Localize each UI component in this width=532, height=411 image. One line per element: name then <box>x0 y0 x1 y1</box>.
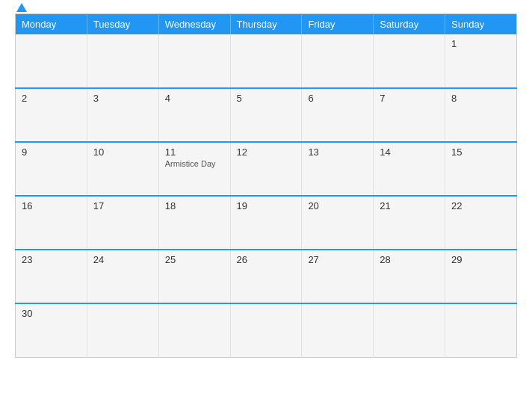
day-number: 5 <box>237 93 296 104</box>
calendar-cell: 18 <box>158 196 230 250</box>
day-number: 3 <box>93 93 152 104</box>
day-number: 14 <box>380 146 439 158</box>
calendar-cell: 30 <box>16 303 87 357</box>
weekday-monday: Monday <box>16 14 87 35</box>
calendar-cell: 11Armistice Day <box>158 142 230 196</box>
calendar-week-row: 16171819202122 <box>16 196 517 250</box>
calendar-cell: 3 <box>87 88 158 142</box>
day-number: 28 <box>380 254 439 265</box>
day-number: 12 <box>237 146 296 158</box>
day-number: 30 <box>22 308 81 319</box>
weekday-wednesday: Wednesday <box>158 14 230 35</box>
calendar-cell: 6 <box>302 88 374 142</box>
day-number: 13 <box>308 146 367 158</box>
calendar-cell: 12 <box>230 142 302 196</box>
calendar-cell <box>87 34 158 88</box>
calendar-cell: 24 <box>87 250 158 303</box>
day-number: 22 <box>451 200 510 211</box>
day-number: 9 <box>22 146 81 158</box>
day-number: 18 <box>165 200 224 211</box>
weekday-sunday: Sunday <box>445 14 517 35</box>
day-number: 2 <box>22 93 81 104</box>
calendar-cell: 14 <box>374 142 445 196</box>
calendar-cell: 8 <box>445 88 517 142</box>
holiday-name: Armistice Day <box>165 159 224 168</box>
day-number: 6 <box>308 93 367 104</box>
calendar-cell <box>302 34 374 88</box>
weekday-thursday: Thursday <box>230 14 302 35</box>
day-number: 29 <box>451 254 510 265</box>
calendar-cell: 29 <box>445 250 517 303</box>
calendar-cell: 25 <box>158 250 230 303</box>
day-number: 16 <box>22 200 81 211</box>
weekday-friday: Friday <box>302 14 374 35</box>
day-number: 23 <box>22 254 81 265</box>
day-number: 26 <box>237 254 296 265</box>
day-number: 27 <box>308 254 367 265</box>
day-number: 1 <box>451 38 510 49</box>
calendar-cell <box>230 34 302 88</box>
day-number: 11 <box>165 146 224 158</box>
day-number: 10 <box>93 146 152 158</box>
calendar-cell: 7 <box>374 88 445 142</box>
logo <box>15 3 27 12</box>
calendar-cell: 16 <box>16 196 87 250</box>
calendar-cell: 21 <box>374 196 445 250</box>
calendar-cell: 22 <box>445 196 517 250</box>
calendar-cell <box>158 303 230 357</box>
day-number: 21 <box>380 200 439 211</box>
day-number: 15 <box>451 146 510 158</box>
calendar-week-row: 2345678 <box>16 88 517 142</box>
weekday-tuesday: Tuesday <box>87 14 158 35</box>
calendar-cell: 19 <box>230 196 302 250</box>
calendar-cell <box>16 34 87 88</box>
calendar-week-row: 23242526272829 <box>16 250 517 303</box>
calendar-week-row: 1 <box>16 34 517 88</box>
day-number: 20 <box>308 200 367 211</box>
calendar-cell <box>445 303 517 357</box>
calendar-cell: 26 <box>230 250 302 303</box>
day-number: 24 <box>93 254 152 265</box>
calendar-cell: 4 <box>158 88 230 142</box>
weekday-header-row: MondayTuesdayWednesdayThursdayFridaySatu… <box>16 14 517 35</box>
weekday-saturday: Saturday <box>374 14 445 35</box>
day-number: 17 <box>93 200 152 211</box>
calendar-cell: 13 <box>302 142 374 196</box>
day-number: 25 <box>165 254 224 265</box>
calendar-cell <box>374 34 445 88</box>
calendar-cell <box>302 303 374 357</box>
day-number: 8 <box>451 93 510 104</box>
day-number: 19 <box>237 200 296 211</box>
calendar-week-row: 91011Armistice Day12131415 <box>16 142 517 196</box>
day-number: 4 <box>165 93 224 104</box>
calendar-cell: 1 <box>445 34 517 88</box>
calendar-cell: 17 <box>87 196 158 250</box>
calendar-cell: 2 <box>16 88 87 142</box>
calendar-cell: 15 <box>445 142 517 196</box>
calendar-cell <box>158 34 230 88</box>
calendar-cell: 20 <box>302 196 374 250</box>
calendar-cell: 28 <box>374 250 445 303</box>
calendar-cell <box>87 303 158 357</box>
calendar-cell: 10 <box>87 142 158 196</box>
calendar-cell: 23 <box>16 250 87 303</box>
calendar-table: MondayTuesdayWednesdayThursdayFridaySatu… <box>15 13 517 358</box>
calendar-cell: 27 <box>302 250 374 303</box>
calendar-week-row: 30 <box>16 303 517 357</box>
logo-triangle-icon <box>16 3 27 12</box>
calendar-cell <box>374 303 445 357</box>
day-number: 7 <box>380 93 439 104</box>
calendar-cell: 5 <box>230 88 302 142</box>
calendar-cell <box>230 303 302 357</box>
calendar-cell: 9 <box>16 142 87 196</box>
